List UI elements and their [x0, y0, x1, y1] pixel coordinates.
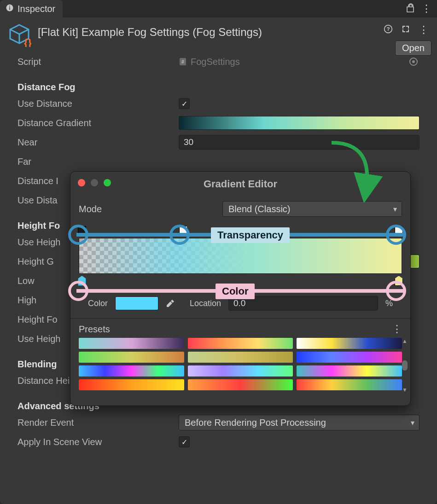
kebab-icon[interactable]: ⋮ — [392, 323, 402, 335]
maximize-icon[interactable] — [104, 179, 111, 186]
presets-label: Presets — [79, 324, 110, 335]
gradient-strip[interactable] — [79, 238, 402, 274]
render-event-select[interactable]: Before Rendering Post Processing — [179, 415, 420, 430]
gradient-editor-titlebar[interactable]: Gradient Editor — [70, 177, 410, 195]
preset-swatch[interactable] — [297, 379, 402, 390]
script-field[interactable]: # FogSettings — [179, 57, 420, 67]
annotation-circle — [386, 225, 406, 245]
preset-grid: ▲ ▼ — [70, 335, 410, 396]
annotation-circle — [68, 225, 88, 245]
render-event-label: Render Event — [17, 417, 179, 428]
preset-swatch[interactable] — [188, 338, 293, 349]
preset-swatch[interactable] — [79, 379, 184, 390]
asset-title: [Flat Kit] Example Fog Settings (Fog Set… — [38, 23, 262, 39]
location-label: Location — [190, 299, 221, 308]
annotation-circle — [68, 281, 88, 301]
near-label: Near — [17, 137, 179, 148]
open-button[interactable]: Open — [395, 41, 431, 56]
mode-select[interactable]: Blend (Classic) — [222, 201, 402, 217]
eyedropper-icon[interactable] — [166, 298, 175, 309]
asset-header: {} [Flat Kit] Example Fog Settings (Fog … — [0, 17, 437, 52]
preset-swatch[interactable] — [188, 379, 293, 390]
svg-text:?: ? — [386, 26, 390, 32]
near-input[interactable] — [179, 135, 420, 150]
kebab-icon[interactable]: ⋮ — [419, 24, 429, 36]
preset-scrollbar[interactable]: ▲ ▼ — [401, 338, 408, 393]
minimize-icon[interactable] — [91, 179, 98, 186]
annotation-circle — [386, 281, 406, 301]
annotation-color-label: Color — [216, 284, 255, 299]
distance-fog-heading: Distance Fog — [17, 82, 420, 93]
scroll-down-icon[interactable]: ▼ — [402, 387, 408, 393]
preset-swatch[interactable] — [297, 365, 402, 377]
svg-text:{}: {} — [24, 37, 31, 47]
preset-swatch[interactable] — [297, 338, 402, 349]
distance-gradient-field[interactable] — [179, 116, 420, 130]
close-icon[interactable] — [78, 179, 85, 186]
preset-swatch[interactable] — [79, 338, 184, 349]
distance-gradient-label: Distance Gradient — [17, 118, 179, 128]
script-row: Script # FogSettings — [17, 52, 420, 71]
apply-scene-checkbox[interactable]: ✓ — [179, 436, 190, 447]
far-label: Far — [17, 156, 179, 167]
window-traffic-lights — [78, 179, 111, 186]
annotation-transparency-label: Transparency — [211, 227, 290, 243]
svg-text:#: # — [181, 59, 185, 64]
preset-swatch[interactable] — [79, 365, 184, 377]
apply-scene-label: Apply In Scene View — [17, 437, 179, 447]
use-distance-label: Use Distance — [17, 98, 179, 109]
tab-title: Inspector — [17, 4, 55, 14]
lock-icon[interactable] — [407, 3, 415, 15]
preset-icon[interactable] — [401, 24, 410, 36]
annotation-circle — [169, 225, 190, 245]
gradient-area — [79, 238, 402, 274]
help-icon[interactable]: ? — [384, 24, 393, 36]
script-label: Script — [17, 57, 179, 67]
scriptable-object-icon: {} — [7, 23, 31, 47]
mode-label: Mode — [79, 204, 217, 214]
color-swatch[interactable] — [115, 296, 158, 310]
svg-point-2 — [9, 6, 10, 6]
preset-swatch[interactable] — [188, 352, 293, 363]
scroll-up-icon[interactable]: ▲ — [402, 338, 408, 344]
preset-swatch[interactable] — [79, 352, 184, 363]
preset-swatch[interactable] — [188, 365, 293, 377]
script-value: FogSettings — [191, 57, 240, 67]
svg-rect-1 — [9, 7, 10, 10]
object-picker-icon[interactable] — [409, 58, 418, 66]
use-distance-checkbox[interactable]: ✓ — [179, 98, 190, 109]
kebab-icon[interactable]: ⋮ — [421, 3, 431, 15]
info-icon — [6, 4, 14, 14]
color-label: Color — [88, 299, 108, 308]
gradient-editor-title: Gradient Editor — [204, 178, 277, 190]
tab-bar: Inspector ⋮ — [0, 0, 437, 17]
preset-swatch[interactable] — [297, 352, 402, 363]
inspector-tab[interactable]: Inspector — [0, 0, 63, 17]
presets-header: Presets ⋮ — [70, 318, 410, 335]
